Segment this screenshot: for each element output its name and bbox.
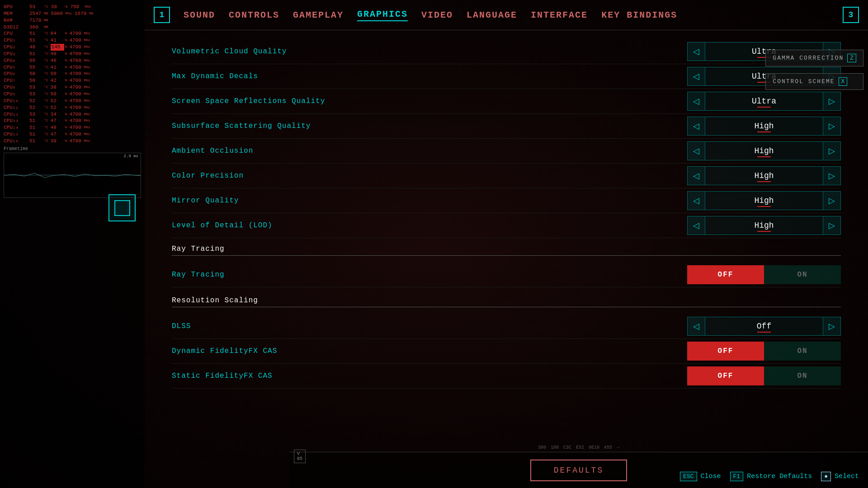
ambient-occlusion-value: High [705,141,823,160]
cpu15-stat: CPU₁₅ 51°C 47% 4700MHz [4,131,141,138]
dynamic-fidelity-on-button[interactable]: ON [764,342,841,361]
stats-panel: GPU 53 °C 39 % 750 MHz MEM 2547 MB 5000 … [0,0,145,488]
control-scheme-button[interactable]: CONTROL SCHEME X [765,73,863,90]
color-precision-right-arrow[interactable]: ▷ [823,166,841,185]
nav-bar: 1 SOUND CONTROLS GAMEPLAY GRAPHICS VIDEO… [145,0,868,30]
right-controls: GAMMA CORRECTION Z CONTROL SCHEME X [761,45,868,94]
defaults-button[interactable]: DEFAULTS [530,460,627,481]
mirror-quality-right-arrow[interactable]: ▷ [823,191,841,210]
cpu11-stat: CPU₁₁ 52°C 52% 4700MHz [4,104,141,111]
color-precision-value: High [705,166,823,185]
static-fidelity-setting: Static FidelityFX CAS OFF ON [172,364,841,389]
mini-icon-inner [114,200,130,216]
color-precision-label: Color Precision [172,172,244,180]
tab-interface[interactable]: INTERFACE [531,10,588,20]
ray-tracing-toggle: OFF ON [687,265,841,284]
close-label: Close [701,473,721,480]
screen-space-reflections-setting: Screen Space Reflections Quality ◁ Ultra… [172,89,841,114]
tab-sound[interactable]: SOUND [184,10,215,20]
ray-tracing-off-button[interactable]: OFF [687,265,764,284]
nav-badge-left: 1 [154,7,170,23]
resolution-scaling-section-title: Resolution Scaling [172,296,841,305]
control-scheme-key: X [839,77,848,86]
resolution-scaling-divider [172,307,841,307]
subsurface-scattering-label: Subsurface Scattering Quality [172,122,311,130]
subsurface-scattering-value: High [705,117,823,136]
cpu4-stat: CPU₄ 55°C 46% 4700MHz [4,57,141,64]
max-dynamic-decals-setting: Max Dynamic Decals ◁ Ultra ▷ [172,64,841,89]
volumetric-cloud-left-arrow[interactable]: ◁ [687,42,705,61]
select-key: ● [821,472,831,481]
cpu3-stat: CPU₃ 51°C 48% 4700MHz [4,51,141,57]
dynamic-fidelity-off-button[interactable]: OFF [687,342,764,361]
ambient-occlusion-left-arrow[interactable]: ◁ [687,141,705,160]
static-fidelity-toggle: OFF ON [687,366,841,385]
static-fidelity-off-button[interactable]: OFF [687,366,764,385]
screen-space-reflections-left-arrow[interactable]: ◁ [687,92,705,111]
tab-graphics[interactable]: GRAPHICS [357,9,408,21]
frametime-label: Frametime [4,146,141,152]
subsurface-scattering-right-arrow[interactable]: ▷ [823,117,841,136]
gamma-correction-button[interactable]: GAMMA CORRECTION Z [765,50,863,66]
color-precision-left-arrow[interactable]: ◁ [687,166,705,185]
mirror-quality-left-arrow[interactable]: ◁ [687,191,705,210]
volumetric-cloud-label: Volumetric Cloud Quality [172,47,287,56]
close-key: ESC [680,472,697,481]
ambient-occlusion-label: Ambient Occlusion [172,147,253,155]
mini-icon [108,194,136,221]
tab-key-bindings[interactable]: KEY BINDINGS [601,10,677,20]
screen-space-reflections-right-arrow[interactable]: ▷ [823,92,841,111]
nav-badge-right: 3 [843,7,859,23]
subsurface-scattering-left-arrow[interactable]: ◁ [687,117,705,136]
screen-space-reflections-label: Screen Space Reflections Quality [172,97,325,105]
level-of-detail-value: High [705,216,823,235]
ray-tracing-label: Ray Tracing [172,271,225,279]
cpu12-stat: CPU₁₂ 53°C 34% 4700MHz [4,111,141,118]
ambient-occlusion-right-arrow[interactable]: ▷ [823,141,841,160]
max-dynamic-decals-label: Max Dynamic Decals [172,72,258,80]
dlss-right-arrow[interactable]: ▷ [823,317,841,336]
level-of-detail-label: Level of Detail (LOD) [172,221,273,230]
cpu7-stat: CPU₇ 58°C 42% 4700MHz [4,77,141,84]
mirror-quality-setting: Mirror Quality ◁ High ▷ [172,188,841,213]
close-hud-btn[interactable]: ESC Close [680,472,721,481]
level-of-detail-left-arrow[interactable]: ◁ [687,216,705,235]
screen-space-reflections-control: ◁ Ultra ▷ [687,92,841,111]
gpu-stat: GPU 53 °C 39 % 750 MHz [4,4,141,10]
cpu14-stat: CPU₁₄ 51°C 48% 4700MHz [4,124,141,131]
ray-tracing-divider [172,255,841,256]
restore-defaults-hud-btn[interactable]: F1 Restore Defaults [730,472,812,481]
dlss-left-arrow[interactable]: ◁ [687,317,705,336]
settings-area: Volumetric Cloud Quality ◁ Ultra ▷ Max D… [145,30,868,446]
max-dynamic-decals-left-arrow[interactable]: ◁ [687,67,705,86]
tab-video[interactable]: VIDEO [421,10,453,20]
color-precision-control: ◁ High ▷ [687,166,841,185]
cpu6-stat: CPU₆ 58°C 50% 4700MHz [4,70,141,77]
dlss-setting: DLSS ◁ Off ▷ [172,314,841,339]
control-scheme-label: CONTROL SCHEME [773,78,835,85]
dlss-value: Off [705,317,823,336]
bottom-hud: ESC Close F1 Restore Defaults ● Select [671,465,868,488]
ram-stat: RAM 7178 MB [4,17,141,24]
restore-label: Restore Defaults [747,473,812,480]
tab-controls[interactable]: CONTROLS [229,10,279,20]
ray-tracing-on-button[interactable]: ON [764,265,841,284]
tab-gameplay[interactable]: GAMEPLAY [293,10,344,20]
static-fidelity-label: Static FidelityFX CAS [172,372,273,380]
d3d12-stat: D3D12 360 MB [4,24,141,31]
frametime-graph: 2.9 ms [4,153,141,198]
select-hud-btn[interactable]: ● Select [821,472,859,481]
level-of-detail-right-arrow[interactable]: ▷ [823,216,841,235]
screen-space-reflections-value: Ultra [705,92,823,111]
restore-key: F1 [730,472,744,481]
nav-tabs: SOUND CONTROLS GAMEPLAY GRAPHICS VIDEO L… [184,9,829,21]
tab-language[interactable]: LANGUAGE [467,10,517,20]
cpu2-stat: CPU₂ 48°C 145% 4700MHz [4,44,141,51]
cpu5-stat: CPU₅ 55°C 41% 4700MHz [4,64,141,71]
subsurface-scattering-setting: Subsurface Scattering Quality ◁ High ▷ [172,114,841,139]
level-of-detail-control: ◁ High ▷ [687,216,841,235]
static-fidelity-on-button[interactable]: ON [764,366,841,385]
cpu0-stat: CPU 51°C 64% 4700MHz [4,30,141,37]
dynamic-fidelity-toggle: OFF ON [687,342,841,361]
ray-tracing-setting: Ray Tracing OFF ON [172,263,841,287]
